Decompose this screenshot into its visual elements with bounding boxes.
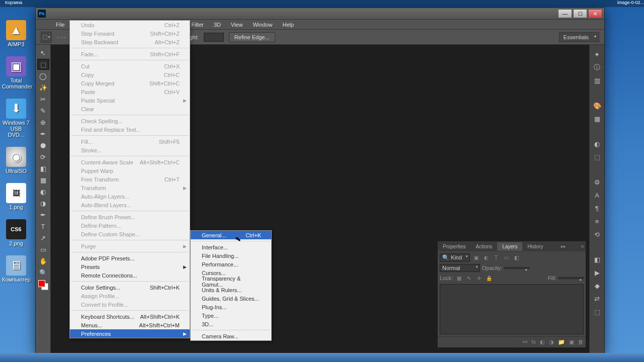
menu-item[interactable]: Menus...Alt+Shift+Ctrl+M <box>70 321 190 329</box>
menu-item[interactable]: Performance... <box>191 260 271 268</box>
group-icon[interactable]: 📁 <box>558 339 565 345</box>
desktop-icon-2png[interactable]: CS62.png <box>2 219 30 246</box>
menu-item[interactable]: Keyboard Shortcuts...Alt+Shift+Ctrl+K <box>70 312 190 321</box>
desktop-icon-tc[interactable]: ▣Total Commander <box>2 56 30 89</box>
menu-item[interactable]: Puppet Warp <box>70 166 190 175</box>
tool-preset-picker[interactable]: ⬚ <box>41 32 52 43</box>
tab-layers[interactable]: Layers <box>497 242 522 251</box>
menu-item[interactable]: UndoCtrl+Z <box>70 21 190 29</box>
swatches-icon[interactable]: ▦ <box>592 113 603 124</box>
zoom-tool[interactable]: 🔍 <box>37 267 49 278</box>
menu-item[interactable]: Define Pattern... <box>70 221 190 230</box>
eyedropper-tool[interactable]: ✎ <box>37 105 49 116</box>
dodge-tool[interactable]: ◑ <box>37 198 49 209</box>
color-icon[interactable]: 🎨 <box>592 100 603 111</box>
nav-icon[interactable]: ◧ <box>592 254 603 265</box>
menu-item[interactable]: Fade...Shift+Ctrl+F <box>70 50 190 58</box>
menu-item[interactable]: General...Ctrl+K <box>191 231 271 239</box>
menu-item[interactable]: Step BackwardAlt+Ctrl+Z <box>70 38 190 46</box>
type-tool[interactable]: T <box>37 221 49 232</box>
dock-icon[interactable]: ✦ <box>592 49 603 60</box>
actions-icon[interactable]: ▶ <box>592 267 603 278</box>
menu-item[interactable]: PasteCtrl+V <box>70 87 190 96</box>
fx-icon[interactable]: fx <box>531 339 536 345</box>
lasso-tool[interactable]: ◯ <box>37 70 49 81</box>
eraser-tool[interactable]: ◧ <box>37 163 49 174</box>
menu-file[interactable]: File <box>51 20 70 29</box>
lock-all-icon[interactable]: 🔒 <box>485 274 493 282</box>
menu-item[interactable]: Copy MergedShift+Ctrl+C <box>70 79 190 87</box>
gradient-tool[interactable]: ▦ <box>37 174 49 186</box>
titlebar[interactable]: Ps — ☐ ✕ <box>36 8 604 20</box>
healing-tool[interactable]: ⊕ <box>37 117 49 128</box>
link-icon[interactable]: ⚯ <box>523 339 527 345</box>
desktop-icon-aimp[interactable]: ▲AIMP3 <box>2 20 30 47</box>
opacity-value[interactable] <box>504 267 529 269</box>
menu-item[interactable]: Auto-Blend Layers... <box>70 201 190 209</box>
rotate-icon[interactable]: ⟲ <box>592 229 603 240</box>
wand-tool[interactable]: ✨ <box>37 82 49 93</box>
desktop-icon-1png[interactable]: 🖼1.png <box>2 183 30 210</box>
menu-item[interactable]: Find and Replace Text... <box>70 125 190 134</box>
menu-item[interactable]: CutCtrl+X <box>70 62 190 70</box>
minimize-button[interactable]: — <box>558 9 572 18</box>
panel-collapse-icon[interactable]: ▸▸ <box>559 244 568 249</box>
filter-kind[interactable]: 🔍 Kind <box>440 253 470 262</box>
shape-tool[interactable]: ▭ <box>37 244 49 255</box>
menu-window[interactable]: Window <box>248 20 277 29</box>
filter-smart-icon[interactable]: ◧ <box>512 254 520 262</box>
menu-item[interactable]: Transparency & Gamut... <box>191 277 271 286</box>
menu-item[interactable]: 3D... <box>191 320 271 328</box>
lock-pixel-icon[interactable]: ✎ <box>465 274 473 282</box>
layers-icon[interactable]: ◆ <box>592 280 603 291</box>
filter-type-icon[interactable]: T <box>492 254 500 262</box>
menu-item[interactable]: Presets▶ <box>70 262 190 271</box>
list-icon[interactable]: ≡ <box>592 216 603 227</box>
filter-pixel-icon[interactable]: ▣ <box>472 254 480 262</box>
filter-shape-icon[interactable]: ▭ <box>502 254 510 262</box>
hand-tool[interactable]: ✋ <box>37 255 49 266</box>
menu-item[interactable]: Free TransformCtrl+T <box>70 175 190 184</box>
menu-item[interactable]: Plug-Ins... <box>191 303 271 311</box>
menu-item[interactable]: Assign Profile... <box>70 292 190 300</box>
trash-icon[interactable]: 🗑 <box>578 339 584 345</box>
layer-list[interactable] <box>440 284 584 334</box>
tab-properties[interactable]: Properties <box>438 242 471 251</box>
menu-help[interactable]: Help <box>278 20 299 29</box>
refine-edge-button[interactable]: Refine Edge... <box>229 32 275 42</box>
menu-item[interactable]: Preferences▶ <box>70 329 190 338</box>
crop-tool[interactable]: ✂ <box>37 94 49 105</box>
tab-actions[interactable]: Actions <box>471 242 498 251</box>
menu-item[interactable]: Units & Rulers... <box>191 286 271 294</box>
menu-item[interactable]: Paste Special▶ <box>70 96 190 105</box>
fill-value[interactable] <box>558 277 584 279</box>
menu-item[interactable]: File Handling... <box>191 251 271 260</box>
histogram-icon[interactable]: ▥ <box>592 75 603 86</box>
brush-icon[interactable]: ⚙ <box>592 176 603 188</box>
marquee-tool[interactable]: ⬚ <box>37 59 49 70</box>
adjust-icon[interactable]: ◐ <box>592 138 603 149</box>
menu-item[interactable]: Content-Aware ScaleAlt+Shift+Ctrl+C <box>70 158 190 166</box>
char-icon[interactable]: A <box>592 190 603 201</box>
fill-icon[interactable]: ◑ <box>549 339 554 345</box>
menu-item[interactable]: Camera Raw... <box>191 332 271 340</box>
menu-item[interactable]: Guides, Grid & Slices... <box>191 294 271 303</box>
menu-item[interactable]: Define Custom Shape... <box>70 230 190 238</box>
maximize-button[interactable]: ☐ <box>573 9 587 18</box>
blend-mode[interactable]: Normal <box>440 264 480 272</box>
pen-tool[interactable]: ✒ <box>37 209 49 220</box>
menu-item[interactable]: Convert to Profile... <box>70 300 190 309</box>
stamp-tool[interactable]: ⬢ <box>37 140 49 151</box>
tab-history[interactable]: History <box>522 242 548 251</box>
menu-3d[interactable]: 3D <box>209 20 226 29</box>
menu-item[interactable]: Step ForwardShift+Ctrl+Z <box>70 29 190 38</box>
menu-item[interactable]: Remote Connections... <box>70 271 190 280</box>
move-tool[interactable]: ↖ <box>37 47 49 58</box>
styles-icon[interactable]: ⬚ <box>592 151 603 162</box>
workspace-switcher[interactable]: Essentials <box>559 32 599 42</box>
menu-item[interactable]: Define Brush Preset... <box>70 213 190 221</box>
close-button[interactable]: ✕ <box>588 9 602 18</box>
lock-pos-icon[interactable]: ✛ <box>475 274 483 282</box>
lock-trans-icon[interactable]: ▦ <box>455 274 463 282</box>
menu-item[interactable]: Fill...Shift+F5 <box>70 137 190 146</box>
